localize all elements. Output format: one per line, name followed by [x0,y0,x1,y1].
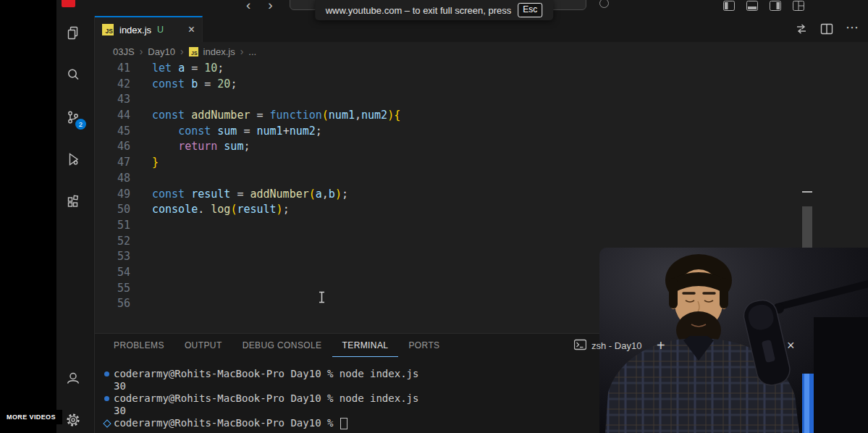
notification-text: www.youtube.com – to exit full screen, p… [326,5,512,16]
history-nav: ‹ › [246,0,273,13]
code-line[interactable]: 44const addNumber = function(num1,num2){ [95,108,868,124]
terminal-session-selector[interactable]: zsh - Day10 [574,334,641,357]
line-number[interactable]: 47 [95,155,130,171]
toggle-secondary-sidebar-icon[interactable] [770,1,781,11]
tab-index-js[interactable]: JS index.js U × [95,16,203,42]
prompt-decoration-icon [104,421,114,426]
js-file-icon: JS [102,24,114,35]
line-number[interactable]: 43 [95,92,130,108]
chevron-right-icon: › [140,46,143,57]
line-number[interactable]: 41 [95,61,130,77]
line-number[interactable]: 49 [95,187,130,203]
recording-indicator [62,0,75,7]
command-decoration-icon [104,371,114,377]
line-number[interactable]: 42 [95,77,130,93]
more-actions-icon[interactable]: ⋯ [846,21,859,34]
code-line[interactable]: 42const b = 20; [95,77,868,93]
source-control-badge: 2 [75,119,86,130]
panel-tabs: PROBLEMSOUTPUTDEBUG CONSOLETERMINALPORTS [104,334,450,357]
line-number[interactable]: 56 [95,296,130,312]
account-icon[interactable] [64,369,82,387]
overview-ruler-mark [802,191,812,193]
code-line[interactable]: 46 return sum; [95,139,868,155]
breadcrumb-folder-03js[interactable]: 03JS [113,46,135,57]
line-number[interactable]: 45 [95,124,130,140]
activity-bar: 2 [56,16,95,433]
panel-tab-debug-console[interactable]: DEBUG CONSOLE [232,334,332,357]
more-videos-button[interactable]: MORE VIDEOS [0,410,62,424]
code-line[interactable]: 43 [95,92,868,108]
split-editor-icon[interactable] [820,22,833,35]
fullscreen-notification: www.youtube.com – to exit full screen, p… [315,0,554,20]
mouse-ibeam-cursor [318,291,326,306]
layout-controls [723,1,804,11]
new-terminal-button[interactable]: + [657,334,665,357]
run-debug-icon[interactable] [64,151,82,168]
panel-tab-problems[interactable]: PROBLEMS [104,334,174,357]
esc-keycap: Esc [518,3,542,17]
code-line[interactable]: 49const result = addNumber(a,b); [95,187,868,203]
code-line[interactable]: 47} [95,155,868,171]
chevron-right-icon: › [180,46,184,57]
git-status-badge: U [157,25,164,35]
breadcrumb-folder-day10[interactable]: Day10 [148,46,175,57]
nav-back-icon[interactable]: ‹ [246,0,250,13]
chevron-right-icon: › [240,46,244,57]
toggle-panel-icon[interactable] [746,1,758,11]
editor-actions: ⋯ [795,16,868,42]
search-icon[interactable] [64,66,82,83]
panel-close-icon[interactable]: × [787,334,795,357]
extensions-icon[interactable] [64,193,82,210]
line-number[interactable]: 53 [95,249,130,265]
toggle-sidebar-icon[interactable] [723,1,735,11]
panel-tab-ports[interactable]: PORTS [398,334,450,357]
blue-light-strip [802,374,814,433]
terminal-session-label: zsh - Day10 [591,340,641,351]
vscode-window: ‹ › 2 [0,0,868,433]
line-number[interactable]: 48 [95,171,130,187]
nav-forward-icon[interactable]: › [268,0,272,13]
code-line[interactable]: 51 [95,218,868,234]
code-line[interactable]: 41let a = 10; [95,61,868,77]
line-number[interactable]: 46 [95,139,130,155]
code-line[interactable]: 48 [95,171,868,187]
line-number[interactable]: 55 [95,281,130,297]
line-number[interactable]: 54 [95,265,130,281]
command-decoration-icon [104,396,114,401]
line-number[interactable]: 50 [95,202,130,218]
settings-gear-icon[interactable] [64,411,82,429]
titlebar-account-icon[interactable] [599,0,609,8]
js-file-icon: JS [189,47,198,56]
tab-label: index.js [119,25,151,35]
panel-tab-output[interactable]: OUTPUT [174,334,232,357]
explorer-icon[interactable] [64,25,82,42]
video-letterbox [0,0,56,433]
breadcrumb-file-indexjs[interactable]: index.js [203,46,235,57]
compare-changes-icon[interactable] [795,22,808,35]
code-line[interactable]: 50console. log(result); [95,202,868,218]
customize-layout-icon[interactable] [793,1,804,11]
code-line[interactable]: 45 const sum = num1+num2; [95,124,868,140]
panel-tab-terminal[interactable]: TERMINAL [332,334,399,357]
breadcrumb: 03JS › Day10 › JS index.js › ... [95,42,868,61]
terminal-cursor [340,418,347,429]
terminal-icon [574,339,586,353]
line-number[interactable]: 52 [95,234,130,250]
breadcrumb-symbol-more[interactable]: ... [248,46,256,57]
line-number[interactable]: 51 [95,218,130,234]
tab-close-icon[interactable]: × [188,24,195,35]
code-line[interactable]: 52 [95,234,868,250]
line-number[interactable]: 44 [95,108,130,124]
